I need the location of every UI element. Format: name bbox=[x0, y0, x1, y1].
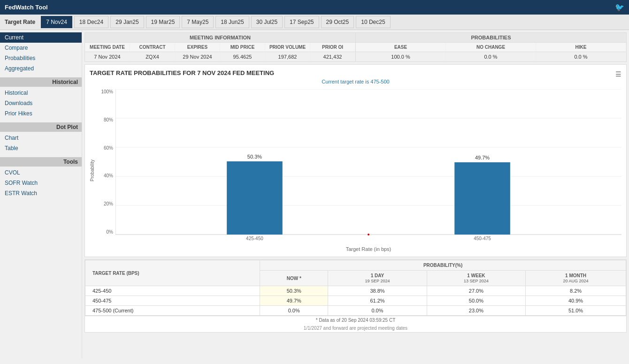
now-header: NOW * bbox=[260, 271, 328, 286]
expires-value: 29 Nov 2024 bbox=[175, 52, 220, 61]
sidebar-current-item[interactable]: Current bbox=[0, 32, 82, 43]
meeting-info-container: MEETING INFORMATION MEETING DATE 7 Nov 2… bbox=[84, 32, 627, 62]
date-tab-29-Jan25[interactable]: 29 Jan25 bbox=[110, 16, 144, 28]
1day-header: 1 DAY19 SEP 2024 bbox=[328, 271, 427, 286]
y-tick-0: 0% bbox=[107, 229, 113, 235]
sidebar-probabilities-item[interactable]: Probabilities bbox=[0, 53, 82, 63]
prior-oi-col: PRIOR OI 421,432 bbox=[310, 43, 355, 61]
1week-header: 1 WEEK13 SEP 2024 bbox=[427, 271, 525, 286]
y-tick-40: 40% bbox=[104, 173, 113, 178]
contract-header: CONTRACT bbox=[130, 43, 175, 52]
no-change-value: 0.0 % bbox=[446, 52, 536, 61]
prior-volume-col: PRIOR VOLUME 197,682 bbox=[265, 43, 310, 61]
prob-main-header: PROBABILITY(%) bbox=[260, 260, 626, 271]
date-tab-10-Dec25[interactable]: 10 Dec25 bbox=[356, 16, 390, 28]
bar2-label-bottom: 450-475 bbox=[474, 236, 491, 241]
date-tab-7-Nov24[interactable]: 7 Nov24 bbox=[41, 16, 72, 28]
meeting-info-section: MEETING INFORMATION MEETING DATE 7 Nov 2… bbox=[85, 33, 355, 61]
y-tick-80: 80% bbox=[104, 117, 113, 122]
twitter-icon[interactable]: 🐦 bbox=[615, 3, 624, 12]
prior-oi-header: PRIOR OI bbox=[310, 43, 355, 52]
meeting-info-cols: MEETING DATE 7 Nov 2024 CONTRACT ZQX4 EX… bbox=[85, 43, 355, 61]
mid-price-value: 95.4625 bbox=[220, 52, 265, 61]
sidebar-table-item[interactable]: Table bbox=[0, 143, 82, 153]
sidebar-downloads-item[interactable]: Downloads bbox=[0, 98, 82, 108]
prior-oi-value: 421,432 bbox=[310, 52, 355, 61]
rate-header: TARGET RATE (BPS) bbox=[85, 260, 260, 286]
meeting-date-value: 7 Nov 2024 bbox=[85, 52, 130, 61]
table-row: 475-500 (Current) 0.0% 0.0% 23.0% 51.0% bbox=[85, 306, 626, 316]
meeting-date-col: MEETING DATE 7 Nov 2024 bbox=[85, 43, 130, 61]
week1-425-450: 27.0% bbox=[427, 286, 525, 296]
footer-note1: * Data as of 20 Sep 2024 03:59:25 CT bbox=[85, 316, 626, 324]
target-rate-label: Target Rate bbox=[0, 16, 40, 28]
bar1-label-top: 50.3% bbox=[247, 154, 262, 159]
date-tab-30-Jul25[interactable]: 30 Jul25 bbox=[251, 16, 283, 28]
sidebar-historical-header: Historical bbox=[0, 77, 82, 87]
day1-450-475: 61.2% bbox=[328, 296, 427, 306]
meeting-info-header: MEETING INFORMATION bbox=[85, 33, 355, 43]
expires-col: EXPIRES 29 Nov 2024 bbox=[175, 43, 220, 61]
top-bar: FedWatch Tool 🐦 bbox=[0, 0, 629, 15]
date-tab-7-May25[interactable]: 7 May25 bbox=[182, 16, 214, 28]
bar-450-475 bbox=[454, 162, 510, 235]
chart-container: TARGET RATE PROBABILITIES FOR 7 NOV 2024… bbox=[84, 64, 627, 257]
prior-volume-header: PRIOR VOLUME bbox=[265, 43, 310, 52]
table-row: 425-450 50.3% 38.8% 27.0% 8.2% bbox=[85, 286, 626, 296]
y-axis-label: Probability bbox=[90, 159, 95, 182]
chart-title-row: TARGET RATE PROBABILITIES FOR 7 NOV 2024… bbox=[90, 69, 621, 79]
table-row: 450-475 49.7% 61.2% 50.0% 40.9% bbox=[85, 296, 626, 306]
rate-450-475: 450-475 bbox=[85, 296, 260, 306]
hamburger-icon[interactable]: ☰ bbox=[615, 70, 621, 78]
meeting-date-header: MEETING DATE bbox=[85, 43, 130, 52]
rate-475-500: 475-500 (Current) bbox=[85, 306, 260, 316]
month1-475-500: 51.0% bbox=[526, 306, 626, 316]
content-area: MEETING INFORMATION MEETING DATE 7 Nov 2… bbox=[82, 30, 629, 358]
sidebar-dotplot-header: Dot Plot bbox=[0, 122, 82, 132]
bar1-label-bottom: 425-450 bbox=[246, 236, 263, 241]
footer-note2: 1/1/2027 and forward are projected meeti… bbox=[85, 324, 626, 332]
mid-price-col: MID PRICE 95.4625 bbox=[220, 43, 265, 61]
tabs-row: Target Rate 7 Nov2418 Dec2429 Jan2519 Ma… bbox=[0, 15, 629, 30]
ease-header: EASE bbox=[356, 43, 446, 52]
y-tick-60: 60% bbox=[104, 145, 113, 151]
no-change-header: NO CHANGE bbox=[446, 43, 536, 52]
sidebar-aggregated-item[interactable]: Aggregated bbox=[0, 63, 82, 74]
sidebar-prior-hikes-item[interactable]: Prior Hikes bbox=[0, 108, 82, 119]
center-dot bbox=[368, 234, 369, 235]
chart-subtitle: Current target rate is 475-500 bbox=[90, 79, 621, 84]
now-475-500: 0.0% bbox=[260, 306, 328, 316]
sidebar-compare-item[interactable]: Compare bbox=[0, 43, 82, 53]
probabilities-info-section: PROBABILITIES EASE 100.0 % NO CHANGE 0.0… bbox=[355, 33, 626, 61]
prob-cols: EASE 100.0 % NO CHANGE 0.0 % HIKE 0.0 % bbox=[356, 43, 626, 61]
app-title: FedWatch Tool bbox=[5, 4, 48, 11]
sidebar-estr-item[interactable]: ESTR Watch bbox=[0, 188, 82, 198]
chart-title: TARGET RATE PROBABILITIES FOR 7 NOV 2024… bbox=[90, 69, 274, 76]
date-tab-18-Jun25[interactable]: 18 Jun25 bbox=[215, 16, 249, 28]
sidebar-historical-item[interactable]: Historical bbox=[0, 88, 82, 98]
bar2-label-top: 49.7% bbox=[475, 155, 490, 160]
expires-header: EXPIRES bbox=[175, 43, 220, 52]
y-tick-100: 100% bbox=[101, 89, 113, 94]
sidebar-sofr-item[interactable]: SOFR Watch bbox=[0, 178, 82, 188]
ease-col: EASE 100.0 % bbox=[356, 43, 446, 61]
day1-475-500: 0.0% bbox=[328, 306, 427, 316]
y-tick-20: 20% bbox=[104, 201, 113, 206]
hike-header: HIKE bbox=[536, 43, 626, 52]
sidebar: Current Compare Probabilities Aggregated… bbox=[0, 30, 82, 358]
prob-table-container: TARGET RATE (BPS) PROBABILITY(%) NOW * 1… bbox=[84, 259, 627, 333]
date-tab-19-Mar25[interactable]: 19 Mar25 bbox=[146, 16, 180, 28]
y-axis-label-container: Probability bbox=[90, 89, 99, 252]
date-tab-17-Sep25[interactable]: 17 Sep25 bbox=[284, 16, 319, 28]
sidebar-cvol-item[interactable]: CVOL bbox=[0, 167, 82, 178]
date-tab-18-Dec24[interactable]: 18 Dec24 bbox=[74, 16, 108, 28]
now-425-450: 50.3% bbox=[260, 286, 328, 296]
prior-volume-value: 197,682 bbox=[265, 52, 310, 61]
rate-425-450: 425-450 bbox=[85, 286, 260, 296]
sidebar-chart-item[interactable]: Chart bbox=[0, 133, 82, 143]
y-axis-ticks: 100% 80% 60% 40% 20% 0% bbox=[99, 89, 115, 244]
bar-425-450 bbox=[227, 161, 283, 235]
prob-table-header-row: TARGET RATE (BPS) PROBABILITY(%) bbox=[85, 260, 626, 271]
date-tab-29-Oct25[interactable]: 29 Oct25 bbox=[321, 16, 354, 28]
probabilities-info-header: PROBABILITIES bbox=[356, 33, 626, 43]
